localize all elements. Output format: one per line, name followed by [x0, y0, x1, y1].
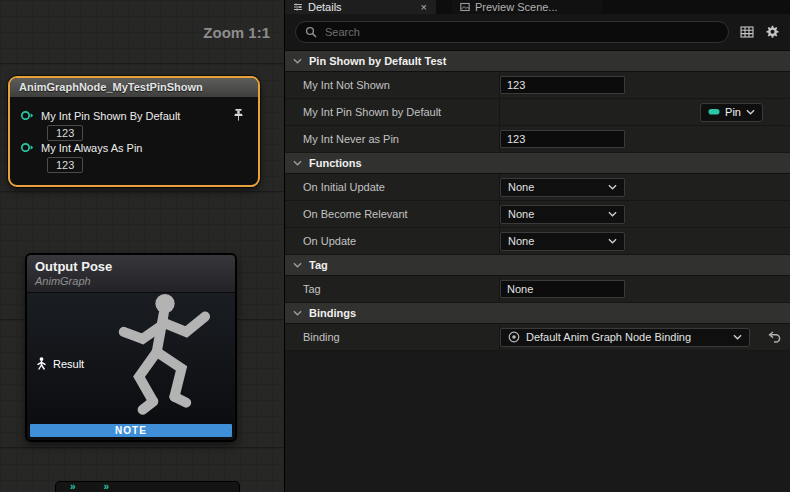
result-pin-label: Result: [53, 358, 84, 370]
dropdown-value: None: [508, 181, 534, 193]
pin-label: My Int Pin Shown By Default: [41, 110, 180, 122]
zoom-level-label: Zoom 1:1: [203, 24, 270, 41]
pin-teal-icon: [708, 108, 720, 116]
output-pose-node[interactable]: Output Pose AnimGraph: [25, 253, 237, 442]
details-empty-area: [285, 351, 790, 492]
row-on-become-relevant: On Become Relevant None: [285, 201, 790, 228]
property-label: Binding: [285, 324, 500, 350]
category-tag[interactable]: Tag: [285, 255, 790, 276]
property-label: On Update: [285, 228, 500, 254]
category-title: Pin Shown by Default Test: [309, 55, 446, 67]
my-int-never-as-pin-input[interactable]: [500, 130, 625, 148]
note-bar: NOTE: [30, 424, 232, 437]
node-title: Output Pose: [35, 259, 227, 274]
property-label: My Int Never as Pin: [285, 126, 500, 152]
preview-scene-tab-icon: [460, 2, 470, 12]
tab-strip: Details × Preview Scene...: [285, 0, 790, 14]
node-preview: Result: [27, 293, 235, 427]
category-functions[interactable]: Functions: [285, 153, 790, 174]
details-tab-icon: [293, 2, 303, 12]
on-initial-update-dropdown[interactable]: None: [500, 178, 625, 197]
row-tag: Tag: [285, 276, 790, 303]
property-label: My Int Not Shown: [285, 72, 500, 98]
mannequin-figure: [101, 293, 229, 429]
row-my-int-not-shown: My Int Not Shown: [285, 72, 790, 99]
dropdown-value: None: [508, 208, 534, 220]
details-toolbar: [285, 14, 790, 51]
category-bindings[interactable]: Bindings: [285, 303, 790, 324]
category-title: Tag: [309, 259, 328, 271]
row-my-int-never-as-pin: My Int Never as Pin: [285, 126, 790, 153]
my-int-not-shown-input[interactable]: [500, 76, 625, 94]
node-body: My Int Pin Shown By Default 123 My Int A…: [10, 97, 258, 185]
pin-label: My Int Always As Pin: [41, 142, 142, 154]
node-header[interactable]: Output Pose AnimGraph: [27, 255, 235, 293]
pin-value-box[interactable]: 123: [47, 157, 83, 173]
binding-icon: [508, 331, 520, 343]
category-pin-shown-by-default-test[interactable]: Pin Shown by Default Test: [285, 51, 790, 72]
node-title[interactable]: AnimGraphNode_MyTestPinShown: [10, 78, 258, 97]
chevron-down-icon[interactable]: [293, 160, 302, 166]
search-input[interactable]: [323, 25, 719, 39]
row-on-update: On Update None: [285, 228, 790, 255]
graph-canvas[interactable]: Zoom 1:1 AnimGraphNode_MyTestPinShown My…: [0, 0, 285, 492]
binding-dropdown[interactable]: Default Anim Graph Node Binding: [500, 328, 750, 347]
display-filter-icon[interactable]: [740, 25, 754, 39]
property-label: Tag: [285, 276, 500, 302]
chevron-down-icon: [733, 334, 742, 340]
chevron-down-icon: [746, 109, 755, 115]
chevron-down-icon: [608, 238, 617, 244]
tab-close-icon[interactable]: ×: [420, 2, 428, 12]
tab-label: Preview Scene...: [475, 1, 558, 13]
pin-value-box[interactable]: 123: [47, 125, 83, 141]
row-my-int-pin-shown-by-default: My Int Pin Shown by Default Pin: [285, 99, 790, 126]
pin-button-label: Pin: [725, 106, 741, 118]
pushpin-icon[interactable]: [233, 109, 244, 122]
node-subtitle: AnimGraph: [35, 275, 227, 287]
chevron-down-icon: [608, 211, 617, 217]
row-on-initial-update: On Initial Update None: [285, 174, 790, 201]
search-icon: [305, 26, 317, 38]
category-title: Bindings: [309, 307, 356, 319]
exec-pin-icon: »: [70, 483, 76, 491]
pin-row: My Int Always As Pin: [20, 141, 250, 154]
result-pin[interactable]: Result: [36, 357, 84, 370]
settings-gear-icon[interactable]: [765, 25, 780, 40]
pin-toggle-button[interactable]: Pin: [700, 103, 763, 122]
details-properties: Pin Shown by Default Test My Int Not Sho…: [285, 51, 790, 492]
chevron-down-icon: [608, 184, 617, 190]
chevron-down-icon[interactable]: [293, 58, 302, 64]
int-pin-icon[interactable]: [20, 109, 34, 122]
details-panel: Details × Preview Scene...: [285, 0, 790, 492]
anim-graph-test-node[interactable]: AnimGraphNode_MyTestPinShown My Int Pin …: [8, 76, 260, 187]
row-binding: Binding Default Anim Graph Node Binding: [285, 324, 790, 351]
anim-graph-editor: Zoom 1:1 AnimGraphNode_MyTestPinShown My…: [0, 0, 790, 492]
chevron-down-icon[interactable]: [293, 310, 302, 316]
property-label: On Become Relevant: [285, 201, 500, 227]
chevron-down-icon[interactable]: [293, 262, 302, 268]
on-become-relevant-dropdown[interactable]: None: [500, 205, 625, 224]
tab-preview-scene[interactable]: Preview Scene...: [452, 0, 602, 14]
property-label: My Int Pin Shown by Default: [285, 99, 500, 125]
tab-label: Details: [308, 1, 342, 13]
tab-details[interactable]: Details ×: [285, 0, 436, 14]
category-title: Functions: [309, 157, 362, 169]
int-pin-icon[interactable]: [20, 141, 34, 154]
tag-input[interactable]: [500, 280, 625, 298]
partial-node[interactable]: » »: [55, 481, 240, 492]
property-label: On Initial Update: [285, 174, 500, 200]
on-update-dropdown[interactable]: None: [500, 232, 625, 251]
exec-pin-icon: »: [104, 483, 110, 491]
dropdown-value: None: [508, 235, 534, 247]
reset-to-default-icon[interactable]: [768, 331, 781, 343]
search-box[interactable]: [295, 21, 729, 43]
pin-row: My Int Pin Shown By Default: [20, 109, 250, 122]
dropdown-value: Default Anim Graph Node Binding: [526, 331, 691, 343]
pose-pin-icon: [36, 357, 47, 370]
